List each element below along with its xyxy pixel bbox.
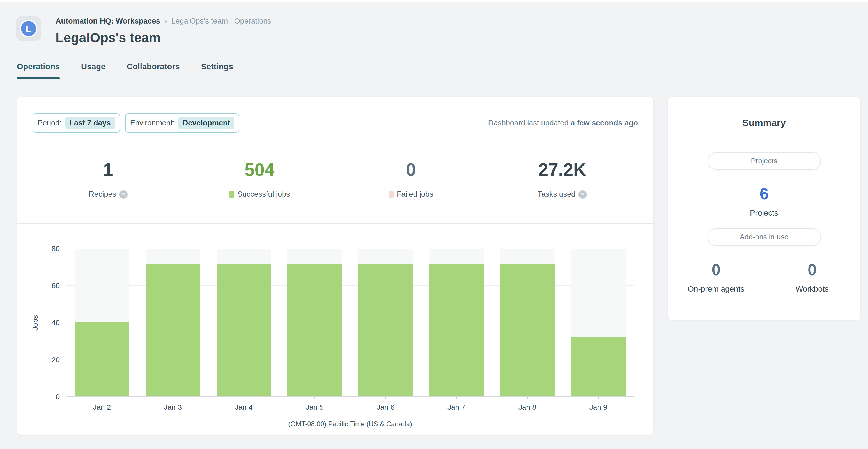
tab-operations[interactable]: Operations xyxy=(17,62,60,79)
x-tick-label: Jan 2 xyxy=(66,403,137,412)
environment-filter[interactable]: Environment: Development xyxy=(125,113,240,133)
workbots-label: Workbots xyxy=(764,285,861,294)
legend-swatch-icon xyxy=(229,191,234,198)
plot-slots xyxy=(66,249,634,396)
y-tick-label: 0 xyxy=(56,393,60,400)
x-tick-label: Jan 5 xyxy=(279,403,350,412)
stat-label-tasks-used: Tasks used xyxy=(537,190,576,199)
projects-count[interactable]: 6 xyxy=(668,186,860,202)
y-axis-title-text: Jobs xyxy=(31,315,39,331)
x-tick-cell xyxy=(563,397,634,399)
stat-label-recipes: Recipes xyxy=(89,190,116,199)
stat-failed-jobs: 0Failed jobs xyxy=(335,161,487,199)
stat-value-recipes: 1 xyxy=(33,161,184,179)
x-tick-cell xyxy=(209,397,279,399)
x-tick-cell xyxy=(492,397,563,399)
chart-wrap: Jobs 020406080 Jan 2Jan 3Jan 4Jan 5Jan 6… xyxy=(28,249,634,428)
x-tick-cell xyxy=(66,397,137,399)
breadcrumb-root-link[interactable]: Automation HQ: Workspaces xyxy=(56,17,160,26)
y-tick-label: 80 xyxy=(52,245,60,252)
bar-jan-5[interactable] xyxy=(287,264,342,396)
help-icon[interactable]: ? xyxy=(119,190,128,199)
workbots-count: 0 xyxy=(764,262,861,278)
addons-pill[interactable]: Add-ons in use xyxy=(707,228,821,246)
onprem-agents-label: On-prem agents xyxy=(668,285,764,294)
onprem-agents-count: 0 xyxy=(668,262,764,278)
bar-jan-8[interactable] xyxy=(500,264,555,396)
x-tick-cell xyxy=(137,397,209,399)
x-tick-label: Jan 8 xyxy=(492,403,563,412)
x-tick-label: Jan 6 xyxy=(350,403,421,412)
workspace-header: L Automation HQ: Workspaces › LegalOps's… xyxy=(0,2,868,45)
tabs-bar: Operations Usage Collaborators Settings xyxy=(17,62,861,79)
avatar-letter: L xyxy=(20,20,37,37)
stat-label-row: Tasks used? xyxy=(487,190,638,199)
x-ticks xyxy=(66,397,634,399)
x-tick-mark xyxy=(598,397,599,399)
last-updated-prefix: Dashboard last updated xyxy=(488,119,569,127)
bar-slot xyxy=(137,249,209,396)
bar-slot xyxy=(492,249,563,396)
tab-collaborators[interactable]: Collaborators xyxy=(127,62,180,79)
x-tick-label: Jan 3 xyxy=(137,403,209,412)
bar-jan-4[interactable] xyxy=(217,264,271,396)
x-axis-caption: (GMT-08:00) Pacific Time (US & Canada) xyxy=(66,420,634,428)
x-tick-label: Jan 7 xyxy=(421,403,492,412)
bar-jan-6[interactable] xyxy=(358,264,413,396)
plot-region xyxy=(66,249,634,397)
filters-row: Period: Last 7 days Environment: Develop… xyxy=(33,113,638,133)
help-icon[interactable]: ? xyxy=(579,190,587,199)
tab-usage[interactable]: Usage xyxy=(81,62,105,79)
projects-section-divider: Projects xyxy=(668,160,860,161)
x-tick-mark xyxy=(101,397,102,399)
breadcrumb-chevron-icon: › xyxy=(164,17,167,26)
stat-value-successful-jobs: 504 xyxy=(184,161,336,179)
x-tick-mark xyxy=(527,397,528,399)
projects-label: Projects xyxy=(668,209,860,217)
bar-slot xyxy=(66,249,137,396)
x-tick-label: Jan 9 xyxy=(563,403,634,412)
content-area: Period: Last 7 days Environment: Develop… xyxy=(0,79,868,435)
last-updated-time: a few seconds ago xyxy=(570,119,638,127)
last-updated-text: Dashboard last updated a few seconds ago xyxy=(488,119,638,127)
stat-tasks-used: 27.2KTasks used? xyxy=(487,161,638,199)
x-tick-mark xyxy=(456,397,457,399)
projects-pill[interactable]: Projects xyxy=(707,152,821,170)
x-tick-mark xyxy=(314,397,315,399)
y-axis-title: Jobs xyxy=(28,249,42,397)
stat-label-successful-jobs: Successful jobs xyxy=(237,190,290,199)
period-filter-value[interactable]: Last 7 days xyxy=(65,117,115,129)
stat-label-row: Successful jobs xyxy=(184,190,336,199)
tab-settings[interactable]: Settings xyxy=(201,62,233,79)
stats-row: 1Recipes?504Successful jobs0Failed jobs2… xyxy=(33,161,638,223)
y-tick-label: 60 xyxy=(52,282,60,289)
x-tick-cell xyxy=(421,397,492,399)
breadcrumb: Automation HQ: Workspaces › LegalOps's t… xyxy=(56,17,271,26)
page-title: LegalOps's team xyxy=(56,30,271,45)
summary-title: Summary xyxy=(668,97,860,128)
x-tick-label: Jan 4 xyxy=(209,403,279,412)
bar-slot xyxy=(421,249,492,396)
plot-column: Jan 2Jan 3Jan 4Jan 5Jan 6Jan 7Jan 8Jan 9… xyxy=(66,249,634,428)
x-tick-mark xyxy=(385,397,386,399)
x-tick-cell xyxy=(350,397,421,399)
workspace-avatar: L xyxy=(16,16,41,41)
x-tick-cell xyxy=(279,397,350,399)
bar-jan-7[interactable] xyxy=(429,264,484,396)
bar-jan-9[interactable] xyxy=(571,337,626,396)
stat-label-failed-jobs: Failed jobs xyxy=(397,190,433,199)
jobs-chart: Jobs 020406080 Jan 2Jan 3Jan 4Jan 5Jan 6… xyxy=(17,224,653,428)
bar-slot xyxy=(563,249,634,396)
period-filter[interactable]: Period: Last 7 days xyxy=(33,113,120,133)
stat-successful-jobs: 504Successful jobs xyxy=(184,161,336,199)
bar-slot xyxy=(209,249,279,396)
stat-recipes: 1Recipes? xyxy=(33,161,184,199)
stat-value-tasks-used: 27.2K xyxy=(487,161,638,179)
card-top-section: Period: Last 7 days Environment: Develop… xyxy=(17,97,653,224)
bar-jan-2[interactable] xyxy=(74,323,129,396)
environment-filter-value[interactable]: Development xyxy=(179,117,235,129)
summary-card: Summary Projects 6 Projects Add-ons in u… xyxy=(668,97,861,321)
operations-card: Period: Last 7 days Environment: Develop… xyxy=(17,97,654,435)
bar-slot xyxy=(279,249,350,396)
bar-jan-3[interactable] xyxy=(146,264,200,396)
